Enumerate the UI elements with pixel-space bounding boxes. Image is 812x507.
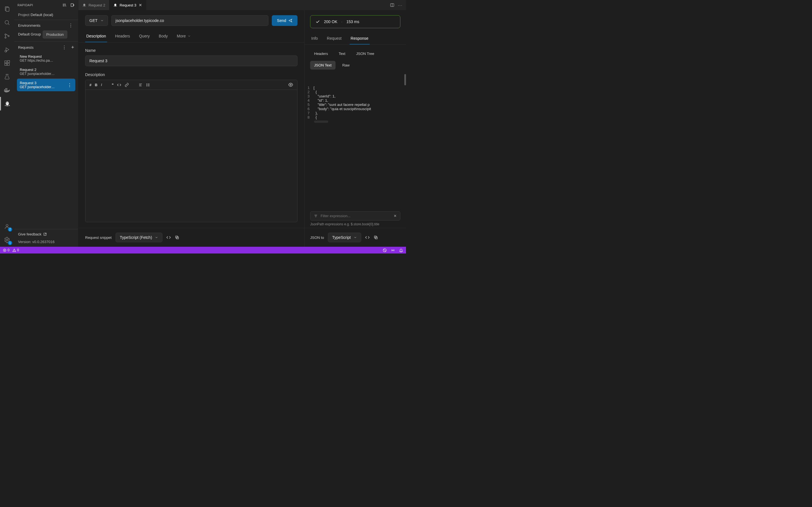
- rapidapi-icon[interactable]: [0, 97, 14, 110]
- broadcast-icon[interactable]: [391, 248, 395, 252]
- quote-icon[interactable]: ❝: [112, 82, 114, 87]
- url-input[interactable]: jsonplaceholder.typicode.co: [111, 15, 269, 26]
- extensions-icon[interactable]: [0, 56, 14, 70]
- heading-icon[interactable]: #: [89, 83, 91, 87]
- explorer-icon[interactable]: [0, 2, 14, 16]
- json-line: 3 "userId": 1,: [305, 94, 404, 98]
- tab-query[interactable]: Query: [138, 31, 151, 42]
- copy-icon[interactable]: [373, 235, 378, 240]
- bold-icon[interactable]: B: [95, 83, 97, 87]
- send-label: Send: [277, 18, 286, 23]
- close-tab-icon[interactable]: ✕: [139, 3, 142, 7]
- settings-icon[interactable]: 1: [0, 233, 14, 247]
- run-debug-icon[interactable]: [0, 43, 14, 56]
- name-label: Name: [85, 48, 297, 53]
- link-icon[interactable]: [124, 83, 129, 87]
- ordered-list-icon[interactable]: [146, 83, 150, 87]
- tab-request[interactable]: Request: [326, 33, 343, 45]
- subtab-raw[interactable]: Raw: [338, 61, 354, 69]
- horizontal-scrollbar[interactable]: [314, 121, 328, 123]
- testing-icon[interactable]: [0, 70, 14, 83]
- subtab-headers[interactable]: Headers: [310, 49, 332, 58]
- search-icon[interactable]: [0, 16, 14, 29]
- json-line: 5 "title": "sunt aut facere repellat p: [305, 103, 404, 107]
- clear-filter-icon[interactable]: ✕: [394, 214, 397, 218]
- json-to-label: JSON to: [310, 235, 324, 240]
- description-editor[interactable]: # B I ❝: [85, 80, 297, 222]
- copy-icon[interactable]: [175, 235, 179, 240]
- http-method-select[interactable]: GET: [85, 15, 108, 26]
- source-control-icon[interactable]: [0, 29, 14, 43]
- request-subtitle: GET jsonplaceholder…: [20, 85, 72, 89]
- bell-icon[interactable]: [399, 248, 403, 252]
- json-line: 6 "body": "quia et suscipit\nsuscipit: [305, 107, 404, 111]
- tab-description[interactable]: Description: [85, 31, 107, 42]
- tab-more[interactable]: More: [175, 31, 192, 42]
- preview-icon[interactable]: [288, 82, 293, 87]
- chevron-down-icon: [155, 236, 158, 239]
- send-button[interactable]: Send: [272, 15, 297, 26]
- svg-rect-9: [5, 61, 7, 63]
- svg-rect-16: [6, 89, 7, 90]
- subtab-json-tree[interactable]: JSON Tree: [352, 49, 378, 58]
- response-status: 200 OK · 153 ms: [310, 15, 400, 28]
- status-text: 200 OK: [324, 19, 337, 24]
- description-textarea[interactable]: [86, 90, 297, 222]
- svg-point-54: [14, 251, 14, 251]
- editor-tab[interactable]: Request 2: [79, 0, 109, 10]
- request-list-item[interactable]: Request 2 GET jsonplaceholder…: [17, 65, 75, 78]
- response-time: 153 ms: [346, 19, 359, 24]
- view-code-icon[interactable]: [166, 235, 171, 240]
- give-feedback-link[interactable]: Give feedback: [18, 232, 74, 236]
- request-list-item[interactable]: New Request GET https://echo.pa…: [17, 52, 75, 65]
- filter-hint: JsonPath expressions e.g. $.store.book[0…: [310, 222, 400, 226]
- environments-menu-icon[interactable]: ⋮: [67, 23, 74, 28]
- snippet-language-select[interactable]: TypeScript (Fetch): [116, 233, 162, 242]
- errors-count[interactable]: 0: [3, 248, 10, 252]
- more-label: More: [177, 34, 186, 38]
- chevron-down-icon: [188, 34, 191, 38]
- list-icon[interactable]: [139, 83, 143, 87]
- json-line: 4 "id": 1,: [305, 98, 404, 103]
- view-code-icon[interactable]: [365, 235, 370, 240]
- env-group-label: Default Group: [18, 32, 41, 37]
- subtab-text[interactable]: Text: [335, 49, 349, 58]
- vertical-scrollbar[interactable]: [404, 74, 406, 86]
- split-editor-icon[interactable]: [390, 3, 395, 7]
- library-icon[interactable]: [62, 3, 67, 7]
- request-list-item[interactable]: Request 3 GET jsonplaceholder… ⋮: [17, 78, 75, 91]
- editor-tab[interactable]: Request 3 ✕: [109, 0, 146, 10]
- tab-label: Request 2: [89, 3, 105, 7]
- svg-point-20: [6, 103, 7, 103]
- env-select[interactable]: Production: [43, 31, 67, 39]
- response-body[interactable]: 1[2 {3 "userId": 1,4 "id": 1,5 "title": …: [305, 73, 406, 209]
- tab-info[interactable]: Info: [310, 33, 319, 45]
- accounts-icon[interactable]: 2: [0, 220, 14, 233]
- svg-rect-12: [8, 61, 10, 62]
- filter-text[interactable]: [320, 214, 391, 218]
- warnings-count[interactable]: 0: [12, 248, 19, 252]
- requests-menu-icon[interactable]: ⋮: [61, 45, 68, 50]
- svg-point-21: [8, 103, 8, 103]
- send-icon: [289, 18, 292, 22]
- request-name: Request 2: [20, 68, 72, 72]
- json-line: 8 {: [305, 115, 404, 119]
- docker-icon[interactable]: [0, 83, 14, 97]
- italic-icon[interactable]: I: [101, 82, 102, 87]
- tab-body[interactable]: Body: [158, 31, 169, 42]
- subtab-json-text[interactable]: JSON Text: [310, 61, 336, 69]
- do-not-disturb-icon[interactable]: [383, 248, 387, 252]
- tab-response[interactable]: Response: [350, 33, 370, 45]
- ghost-icon: [113, 3, 117, 7]
- more-actions-icon[interactable]: ···: [398, 3, 403, 7]
- request-name-input[interactable]: [85, 55, 297, 66]
- filter-expression-input[interactable]: ✕: [310, 211, 400, 221]
- request-item-menu-icon[interactable]: ⋮: [66, 82, 73, 88]
- tab-headers[interactable]: Headers: [114, 31, 131, 42]
- json-to-value: TypeScript: [332, 235, 351, 240]
- json-to-select[interactable]: TypeScript: [328, 233, 361, 242]
- import-icon[interactable]: [70, 3, 75, 7]
- code-icon[interactable]: [117, 83, 121, 87]
- add-request-icon[interactable]: +: [71, 45, 74, 50]
- json-line: 7 },: [305, 111, 404, 115]
